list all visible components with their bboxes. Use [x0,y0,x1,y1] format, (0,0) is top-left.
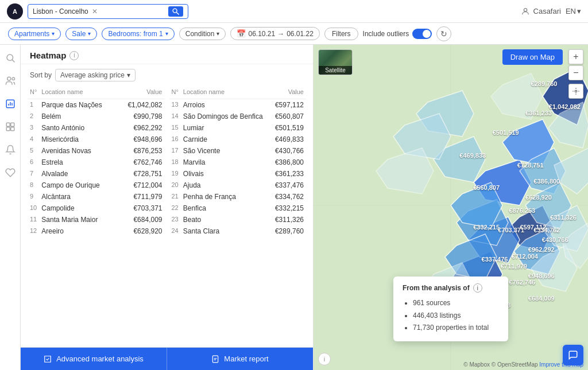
table-row[interactable]: 9 Alcântara €711,979 [28,191,165,202]
row-value: €289,760 [270,225,306,237]
table-row[interactable]: 22 Benfica €332,215 [169,202,307,214]
row-num: 8 [28,180,39,191]
svg-point-6 [12,77,15,80]
left-sidebar [0,45,21,370]
analysis-info-icon[interactable]: i [473,283,482,293]
table-row[interactable]: 15 Lumiar €501,519 [169,122,307,134]
row-num: 17 [169,145,181,157]
row-location: Olivais [181,168,270,180]
row-location: Marvila [181,157,270,168]
table-row[interactable]: 14 São Domingos de Benfica €560,807 [169,111,307,122]
row-num: 3 [28,122,39,134]
table-row[interactable]: 17 São Vicente €430,766 [169,145,307,157]
topbar: A Lisbon - Concelho ✕ Casafari EN ▾ [0,0,588,23]
row-location: Parque das Nações [39,99,117,111]
include-outliers-toggle[interactable] [412,29,432,39]
condition-filter[interactable]: Condition ▾ [179,28,226,40]
sidebar-item-people[interactable] [4,75,17,87]
row-num: 16 [169,134,181,145]
row-value: €703,371 [118,202,165,214]
table-row[interactable]: 24 Santa Clara €289,760 [169,225,307,237]
row-location: Alvalade [39,168,117,180]
row-location: Penha de França [181,191,270,202]
apartments-filter[interactable]: Apartments ▾ [8,28,61,40]
svg-point-2 [524,8,527,11]
bottom-info[interactable]: i [318,353,331,365]
row-location: São Vicente [181,145,270,157]
table-row[interactable]: 3 Santo António €962,292 [28,122,165,134]
table-row[interactable]: 18 Marvila €386,800 [169,157,307,168]
sale-filter[interactable]: Sale ▾ [65,28,97,40]
row-num: 9 [28,191,39,202]
sidebar-item-bell[interactable] [4,143,17,156]
row-value: €501,519 [270,122,306,134]
table-row[interactable]: 12 Areeiro €628,920 [28,225,165,237]
zoom-out-button[interactable]: − [568,65,583,80]
row-location: Areeiro [39,225,117,237]
table-row[interactable]: 16 Carnide €469,833 [169,134,307,145]
table-row[interactable]: 1 Parque das Nações €1,042,082 [28,99,165,111]
table-row[interactable]: 23 Beato €311,326 [169,214,307,225]
search-tag-close[interactable]: ✕ [92,7,98,15]
sort-select[interactable]: Average asking price ▾ [55,69,136,81]
date-range-filter[interactable]: 📅 06.10.21 → 06.01.22 [230,27,319,40]
calendar-icon: 📅 [237,29,246,38]
row-location: Arroios [181,99,270,111]
col-value-header: Value [118,86,165,99]
zoom-in-button[interactable]: + [568,49,583,64]
sidebar-item-heart[interactable] [4,166,17,179]
table-row[interactable]: 4 Misericórdia €948,696 [28,134,165,145]
include-outliers-control: Include outliers [363,29,432,39]
row-value: €948,696 [118,134,165,145]
table-row[interactable]: 5 Avenidas Novas €876,253 [28,145,165,157]
right-data-table: N° Location name Value 13 Arroios €597,1… [169,86,307,237]
table-row[interactable]: 10 Campolide €703,371 [28,202,165,214]
row-num: 10 [28,202,39,214]
bottom-action-bar: Advanced market analysis Market report [21,347,313,370]
satellite-toggle[interactable]: Satellite [318,49,353,75]
heatmap-info-icon[interactable]: i [69,51,79,60]
svg-line-1 [176,12,179,14]
row-location: Estrela [39,157,117,168]
draw-on-map-button[interactable]: Draw on Map [502,49,563,65]
row-num: 24 [169,225,181,237]
row-num: 20 [169,180,181,191]
table-row[interactable]: 7 Alvalade €728,751 [28,168,165,180]
market-report-button[interactable]: Market report [167,348,313,370]
search-bar[interactable]: Lisbon - Concelho ✕ [28,4,188,19]
refresh-button[interactable]: ↻ [436,26,451,41]
locate-button[interactable] [568,84,583,99]
main-content: Heatmap i Sort by Average asking price ▾… [0,45,588,370]
sidebar-item-grid[interactable] [4,120,17,133]
advanced-analysis-button[interactable]: Advanced market analysis [21,348,167,370]
bedrooms-filter[interactable]: Bedrooms: from 1 ▾ [102,28,174,40]
row-value: €560,807 [270,111,306,122]
filters-button[interactable]: Filters [324,28,358,40]
row-value: €990,798 [118,111,165,122]
table-row[interactable]: 13 Arroios €597,112 [169,99,307,111]
svg-rect-10 [6,127,10,131]
row-value: €386,800 [270,157,306,168]
satellite-button[interactable]: Satellite [318,49,353,75]
table-row[interactable]: 11 Santa Maria Maior €684,009 [28,214,165,225]
sidebar-item-analytics[interactable] [4,98,17,110]
chat-button[interactable] [563,345,583,365]
row-value: €1,042,082 [118,99,165,111]
info-circle-button[interactable]: i [318,353,331,365]
toggle-knob [423,30,431,38]
search-button[interactable] [168,6,183,17]
row-value: €311,326 [270,214,306,225]
table-row[interactable]: 8 Campo de Ourique €712,004 [28,180,165,191]
table-row[interactable]: 19 Olivais €361,233 [169,168,307,180]
row-location: Santa Clara [181,225,270,237]
row-value: €361,233 [270,168,306,180]
sidebar-item-search[interactable] [4,52,17,64]
row-location: São Domingos de Benfica [181,111,270,122]
table-row[interactable]: 2 Belém €990,798 [28,111,165,122]
language-selector[interactable]: EN ▾ [566,7,581,15]
svg-line-4 [12,60,14,62]
table-row[interactable]: 21 Penha de França €334,762 [169,191,307,202]
row-value: €332,215 [270,202,306,214]
table-row[interactable]: 20 Ajuda €337,476 [169,180,307,191]
table-row[interactable]: 6 Estrela €762,746 [28,157,165,168]
